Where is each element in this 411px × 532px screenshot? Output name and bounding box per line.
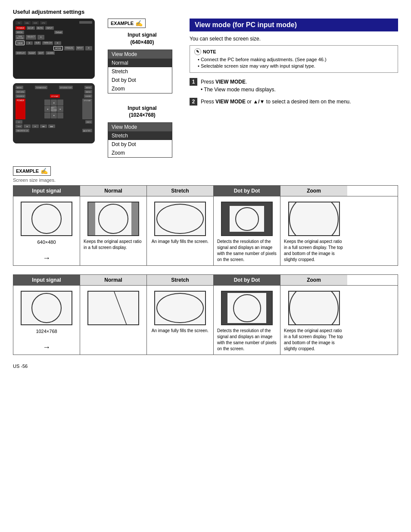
menu-header-2: View Mode	[108, 123, 172, 131]
example-section: EXAMPLE ✍ Screen size images. Input sign…	[13, 166, 398, 355]
table2-normal-screen	[87, 291, 139, 325]
table1-header-zoom: Zoom	[280, 186, 347, 196]
table1-normal-desc: Keeps the original aspect ratio in a ful…	[83, 239, 144, 251]
screen-size-label: Screen size images.	[13, 177, 398, 183]
table1-dot-cell: Detects the resolution of the signal and…	[214, 196, 280, 265]
you-can-text: You can select the screen size.	[190, 36, 398, 42]
table1-stretch-screen	[154, 202, 206, 236]
note-bullet-1: • Connect the PC before making adjustmen…	[198, 57, 393, 62]
menu-item-stretch-2: Stretch	[108, 131, 172, 140]
table2-zoom-desc: Keeps the original aspect ratio in a ful…	[283, 328, 345, 352]
table1-stretch-circle	[156, 204, 204, 234]
table1-input-cell: 640×480 →	[13, 196, 80, 265]
note-header: ✎ NOTE	[194, 48, 393, 55]
remote-control-2: MENU TV/SAT/DVS DTV/DVD TOP MENU RETURN …	[13, 83, 95, 143]
note-box: ✎ NOTE • Connect the PC before making ad…	[190, 45, 398, 73]
example-row: EXAMPLE ✍	[13, 166, 398, 176]
menu-header-1: View Mode	[108, 50, 172, 59]
step-2-row: 2 Press VIEW MODE or ▲/▼ to select a des…	[190, 98, 398, 106]
table2-dot-desc: Detects the resolution of the signal and…	[216, 328, 277, 352]
table1-header-stretch: Stretch	[147, 186, 214, 196]
example-icon-1: ✍	[135, 20, 143, 27]
table1-input-circle	[31, 204, 62, 234]
input-signal-label-1: Input signal (640×480)	[108, 31, 177, 46]
table1-normal-screen	[87, 202, 139, 236]
menu-item-dotbydot-2: Dot by Dot	[108, 140, 172, 149]
menu-box-1: View Mode Normal Stretch Dot by Dot Zoom	[108, 50, 172, 93]
table1-normal-circle	[98, 204, 128, 234]
table1-data-row: 640×480 → Keeps the original aspect rati…	[13, 196, 398, 265]
table2-header-row: Input signal Normal Stretch Dot by Dot Z…	[13, 275, 398, 285]
table1-dot-inner	[230, 206, 264, 232]
note-icon: ✎	[194, 48, 201, 55]
display-table-1: Input signal Normal Stretch Dot by Dot Z…	[13, 185, 398, 266]
table1-header-dot: Dot by Dot	[214, 186, 280, 196]
table1-zoom-circle	[289, 202, 339, 236]
table1-stretch-desc: An image fully fills the screen.	[151, 239, 209, 245]
table1-normal-bar-left	[88, 202, 95, 235]
step-1-sub: • The View mode menu displays.	[201, 87, 276, 93]
table2-input-cell: 1024×768 →	[13, 286, 80, 355]
table2-diagonal-svg	[88, 292, 139, 325]
note-label: NOTE	[203, 49, 216, 54]
table2-stretch-screen	[154, 291, 206, 325]
table1-zoom-screen	[288, 202, 340, 236]
table2-signal-label: 1024×768	[36, 329, 57, 334]
table2-dot-circle	[233, 294, 261, 322]
table1-dot-screen	[221, 202, 273, 236]
table2-zoom-cell: Keeps the original aspect ratio in a ful…	[280, 286, 347, 355]
table1-input-screen	[21, 202, 72, 236]
step-2-num: 2	[190, 98, 197, 106]
step-1-text: Press VIEW MODE. • The View mode menu di…	[201, 78, 276, 93]
instructions-column: View mode (for PC input mode) You can se…	[185, 19, 398, 158]
menu-item-normal: Normal	[108, 59, 172, 67]
step-2-text: Press VIEW MODE or ▲/▼ to select a desir…	[201, 98, 351, 106]
input-signal-label-2: Input signal (1024×768)	[108, 105, 177, 119]
example-label-2: EXAMPLE	[16, 168, 39, 174]
table1-header-row: Input signal Normal Stretch Dot by Dot Z…	[13, 186, 398, 196]
table1-normal-bar-right	[131, 202, 138, 235]
table2-data-row: 1024×768 → An image fully fills the scre…	[13, 285, 398, 355]
table2-dot-cell: Detects the resolution of the signal and…	[214, 286, 280, 355]
table2-normal-cell	[80, 286, 147, 355]
remote-controls-column: TV CBL VCR DTV POWER EZ-JP MUTE INPUT MO…	[13, 19, 99, 158]
table1-arrow: →	[43, 254, 50, 263]
svg-line-0	[114, 292, 127, 325]
example-badge-2: EXAMPLE ✍	[13, 166, 51, 176]
remote-control-1: TV CBL VCR DTV POWER EZ-JP MUTE INPUT MO…	[13, 19, 95, 79]
table2-zoom-screen	[288, 291, 340, 325]
table2-arrow: →	[43, 343, 50, 352]
page-footer: US -56	[13, 364, 398, 369]
table2-input-screen	[21, 291, 72, 325]
step-1-row: 1 Press VIEW MODE. • The View mode menu …	[190, 78, 398, 93]
table2-zoom-circle	[289, 291, 339, 325]
menu-item-zoom-1: Zoom	[108, 84, 172, 93]
section-title: Useful adjustment settings	[13, 9, 398, 15]
table1-signal-label: 640×480	[37, 240, 56, 245]
example-label-1: EXAMPLE	[111, 21, 134, 26]
menu-item-dotbydot-1: Dot by Dot	[108, 76, 172, 84]
table2-stretch-cell: An image fully fills the screen.	[147, 286, 214, 355]
table2-input-circle	[31, 293, 62, 323]
table2-dot-screen	[221, 291, 273, 325]
view-mode-title: View mode (for PC input mode)	[190, 19, 398, 31]
menu-item-stretch-1: Stretch	[108, 67, 172, 76]
table2-header-stretch: Stretch	[147, 275, 214, 285]
table1-zoom-cell: Keeps the original aspect ratio in a ful…	[280, 196, 347, 265]
menu-item-zoom-2: Zoom	[108, 149, 172, 157]
display-table-2: Input signal Normal Stretch Dot by Dot Z…	[13, 274, 398, 355]
table1-header-input: Input signal	[13, 186, 80, 196]
table2-header-dot: Dot by Dot	[214, 275, 280, 285]
table2-header-normal: Normal	[80, 275, 147, 285]
table1-zoom-desc: Keeps the original aspect ratio in a ful…	[283, 239, 345, 263]
footer-text: US -56	[13, 364, 28, 369]
table2-header-input: Input signal	[13, 275, 80, 285]
table2-stretch-circle	[156, 293, 204, 323]
table1-dot-desc: Detects the resolution of the signal and…	[216, 239, 277, 263]
example-icon-2: ✍	[40, 168, 48, 174]
table2-stretch-desc: An image fully fills the screen.	[151, 328, 209, 334]
table1-header-normal: Normal	[80, 186, 147, 196]
table1-dot-circle	[235, 207, 259, 231]
table1-stretch-cell: An image fully fills the screen.	[147, 196, 214, 265]
table1-normal-cell: Keeps the original aspect ratio in a ful…	[80, 196, 147, 265]
